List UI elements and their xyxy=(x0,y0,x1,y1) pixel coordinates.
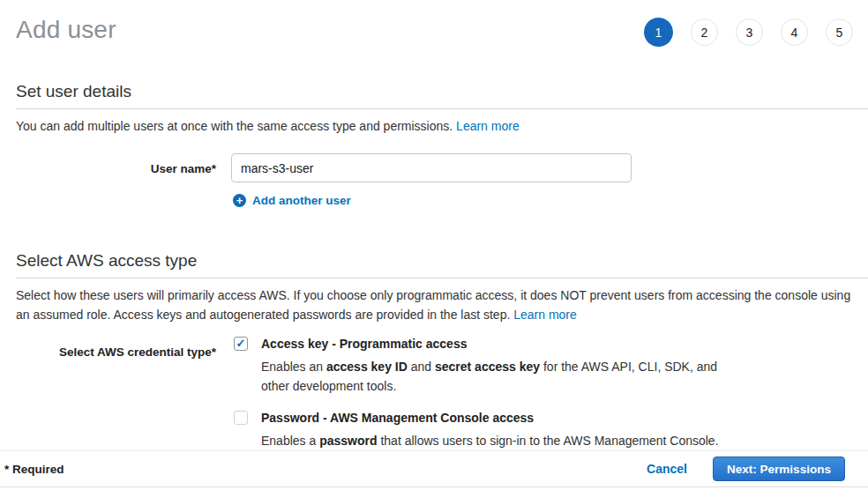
access-key-option-desc: Enables an access key ID and secret acce… xyxy=(261,357,730,396)
main-content: Set user details You can add multiple us… xyxy=(0,47,868,450)
access-key-checkbox[interactable]: ✓ xyxy=(234,337,248,351)
intro-text-2: Select how these users will primarily ac… xyxy=(16,288,850,322)
plus-circle-icon: + xyxy=(233,194,246,207)
password-option: Password - AWS Management Console access… xyxy=(234,411,730,450)
desc-text: Enables a xyxy=(261,434,319,448)
credential-type-row: Select AWS credential type* ✓ Access key… xyxy=(16,337,852,450)
user-details-intro: You can add multiple users at once with … xyxy=(16,116,852,136)
access-key-option-body: Access key - Programmatic access Enables… xyxy=(261,337,730,396)
intro-text: You can add multiple users at once with … xyxy=(16,119,453,133)
user-name-input[interactable] xyxy=(231,153,632,182)
desc-text-bold: access key ID xyxy=(326,360,408,374)
desc-text-bold: password xyxy=(319,434,377,448)
step-indicator: 1 2 3 4 5 xyxy=(644,18,853,47)
desc-text-bold: secret access key xyxy=(435,360,540,374)
page-title: Add user xyxy=(16,14,116,46)
next-permissions-button[interactable]: Next: Permissions xyxy=(713,457,845,481)
step-1: 1 xyxy=(644,18,673,47)
add-user-page: Add user 1 2 3 4 5 Set user details You … xyxy=(0,0,868,490)
page-header: Add user 1 2 3 4 5 xyxy=(0,0,868,47)
access-type-intro: Select how these users will primarily ac… xyxy=(16,286,852,324)
page-footer: * Required Cancel Next: Permissions xyxy=(0,450,868,487)
user-name-label: User name* xyxy=(16,153,216,182)
desc-text: that allows users to sign-in to the AWS … xyxy=(378,434,719,448)
required-note: * Required xyxy=(4,463,64,476)
step-2: 2 xyxy=(691,19,718,46)
learn-more-link-user-details[interactable]: Learn more xyxy=(456,119,520,133)
step-5: 5 xyxy=(826,19,853,46)
step-4: 4 xyxy=(781,19,808,46)
credential-type-label: Select AWS credential type* xyxy=(16,337,216,450)
section-heading-user-details: Set user details xyxy=(16,82,868,109)
section-heading-access-type: Select AWS access type xyxy=(16,251,868,278)
check-icon: ✓ xyxy=(236,338,246,349)
password-option-title: Password - AWS Management Console access xyxy=(261,411,719,426)
access-key-option-title: Access key - Programmatic access xyxy=(261,337,730,352)
learn-more-link-access-type[interactable]: Learn more xyxy=(513,308,577,322)
password-option-body: Password - AWS Management Console access… xyxy=(261,411,719,450)
desc-text: Enables an xyxy=(261,360,326,374)
password-option-desc: Enables a password that allows users to … xyxy=(261,431,719,450)
password-checkbox[interactable] xyxy=(234,411,248,425)
access-key-option: ✓ Access key - Programmatic access Enabl… xyxy=(234,337,730,396)
user-name-row: User name* xyxy=(16,153,852,182)
desc-text: and xyxy=(408,360,435,374)
step-3: 3 xyxy=(736,19,763,46)
cancel-button[interactable]: Cancel xyxy=(647,462,687,476)
add-another-user-link[interactable]: Add another user xyxy=(252,194,351,207)
credential-options: ✓ Access key - Programmatic access Enabl… xyxy=(234,337,730,450)
add-another-user-row[interactable]: + Add another user xyxy=(233,194,852,207)
